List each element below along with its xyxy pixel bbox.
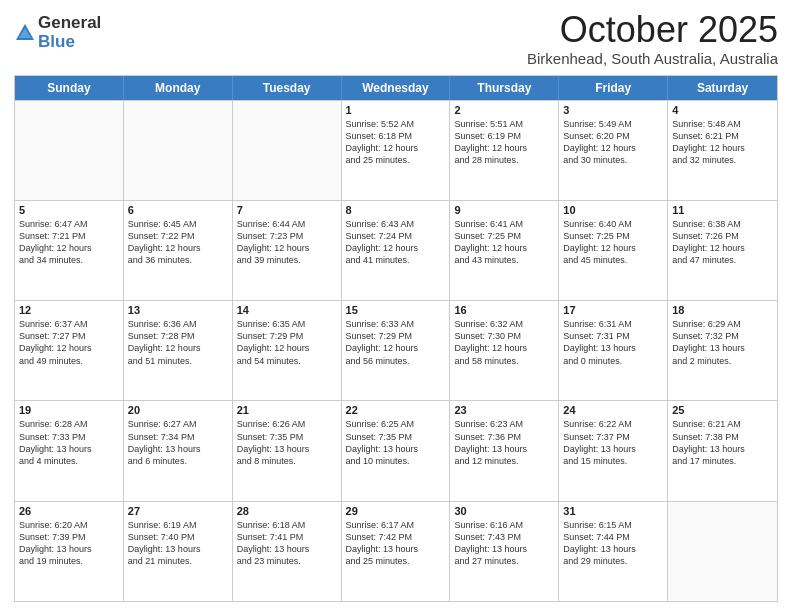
calendar-cell-3: 3Sunrise: 5:49 AM Sunset: 6:20 PM Daylig… — [559, 101, 668, 200]
day-number: 29 — [346, 505, 446, 517]
page-header: General Blue October 2025 Birkenhead, So… — [14, 10, 778, 67]
calendar-cell-15: 15Sunrise: 6:33 AM Sunset: 7:29 PM Dayli… — [342, 301, 451, 400]
cell-info: Sunrise: 6:23 AM Sunset: 7:36 PM Dayligh… — [454, 418, 554, 467]
cell-info: Sunrise: 6:32 AM Sunset: 7:30 PM Dayligh… — [454, 318, 554, 367]
calendar-cell-24: 24Sunrise: 6:22 AM Sunset: 7:37 PM Dayli… — [559, 401, 668, 500]
calendar-cell-13: 13Sunrise: 6:36 AM Sunset: 7:28 PM Dayli… — [124, 301, 233, 400]
calendar-row-1: 1Sunrise: 5:52 AM Sunset: 6:18 PM Daylig… — [15, 100, 777, 200]
calendar-cell-empty — [233, 101, 342, 200]
day-number: 11 — [672, 204, 773, 216]
page-container: General Blue October 2025 Birkenhead, So… — [0, 0, 792, 612]
day-number: 26 — [19, 505, 119, 517]
day-number: 23 — [454, 404, 554, 416]
cell-info: Sunrise: 6:45 AM Sunset: 7:22 PM Dayligh… — [128, 218, 228, 267]
cell-info: Sunrise: 6:38 AM Sunset: 7:26 PM Dayligh… — [672, 218, 773, 267]
logo-general: General — [38, 14, 101, 33]
day-number: 5 — [19, 204, 119, 216]
day-number: 16 — [454, 304, 554, 316]
calendar-cell-16: 16Sunrise: 6:32 AM Sunset: 7:30 PM Dayli… — [450, 301, 559, 400]
day-number: 3 — [563, 104, 663, 116]
day-number: 2 — [454, 104, 554, 116]
day-number: 28 — [237, 505, 337, 517]
day-header-sunday: Sunday — [15, 76, 124, 100]
day-number: 25 — [672, 404, 773, 416]
cell-info: Sunrise: 6:47 AM Sunset: 7:21 PM Dayligh… — [19, 218, 119, 267]
day-number: 19 — [19, 404, 119, 416]
cell-info: Sunrise: 6:43 AM Sunset: 7:24 PM Dayligh… — [346, 218, 446, 267]
calendar-row-3: 12Sunrise: 6:37 AM Sunset: 7:27 PM Dayli… — [15, 300, 777, 400]
cell-info: Sunrise: 6:36 AM Sunset: 7:28 PM Dayligh… — [128, 318, 228, 367]
calendar-cell-9: 9Sunrise: 6:41 AM Sunset: 7:25 PM Daylig… — [450, 201, 559, 300]
calendar-cell-4: 4Sunrise: 5:48 AM Sunset: 6:21 PM Daylig… — [668, 101, 777, 200]
calendar-cell-21: 21Sunrise: 6:26 AM Sunset: 7:35 PM Dayli… — [233, 401, 342, 500]
day-number: 12 — [19, 304, 119, 316]
calendar-cell-25: 25Sunrise: 6:21 AM Sunset: 7:38 PM Dayli… — [668, 401, 777, 500]
calendar-cell-20: 20Sunrise: 6:27 AM Sunset: 7:34 PM Dayli… — [124, 401, 233, 500]
cell-info: Sunrise: 6:27 AM Sunset: 7:34 PM Dayligh… — [128, 418, 228, 467]
day-header-thursday: Thursday — [450, 76, 559, 100]
calendar-cell-14: 14Sunrise: 6:35 AM Sunset: 7:29 PM Dayli… — [233, 301, 342, 400]
calendar-cell-31: 31Sunrise: 6:15 AM Sunset: 7:44 PM Dayli… — [559, 502, 668, 601]
logo: General Blue — [14, 14, 101, 51]
day-number: 18 — [672, 304, 773, 316]
calendar-cell-empty — [15, 101, 124, 200]
day-number: 30 — [454, 505, 554, 517]
logo-icon — [14, 22, 36, 44]
calendar-cell-2: 2Sunrise: 5:51 AM Sunset: 6:19 PM Daylig… — [450, 101, 559, 200]
calendar-cell-10: 10Sunrise: 6:40 AM Sunset: 7:25 PM Dayli… — [559, 201, 668, 300]
month-title: October 2025 — [527, 10, 778, 50]
cell-info: Sunrise: 6:29 AM Sunset: 7:32 PM Dayligh… — [672, 318, 773, 367]
day-number: 20 — [128, 404, 228, 416]
calendar-row-5: 26Sunrise: 6:20 AM Sunset: 7:39 PM Dayli… — [15, 501, 777, 601]
day-header-saturday: Saturday — [668, 76, 777, 100]
cell-info: Sunrise: 6:31 AM Sunset: 7:31 PM Dayligh… — [563, 318, 663, 367]
calendar-cell-26: 26Sunrise: 6:20 AM Sunset: 7:39 PM Dayli… — [15, 502, 124, 601]
cell-info: Sunrise: 6:20 AM Sunset: 7:39 PM Dayligh… — [19, 519, 119, 568]
cell-info: Sunrise: 6:26 AM Sunset: 7:35 PM Dayligh… — [237, 418, 337, 467]
calendar-cell-30: 30Sunrise: 6:16 AM Sunset: 7:43 PM Dayli… — [450, 502, 559, 601]
calendar-cell-empty — [668, 502, 777, 601]
cell-info: Sunrise: 6:33 AM Sunset: 7:29 PM Dayligh… — [346, 318, 446, 367]
day-number: 24 — [563, 404, 663, 416]
logo-blue: Blue — [38, 33, 101, 52]
calendar-cell-29: 29Sunrise: 6:17 AM Sunset: 7:42 PM Dayli… — [342, 502, 451, 601]
calendar-cell-28: 28Sunrise: 6:18 AM Sunset: 7:41 PM Dayli… — [233, 502, 342, 601]
day-number: 15 — [346, 304, 446, 316]
day-number: 9 — [454, 204, 554, 216]
day-number: 22 — [346, 404, 446, 416]
cell-info: Sunrise: 6:19 AM Sunset: 7:40 PM Dayligh… — [128, 519, 228, 568]
calendar: SundayMondayTuesdayWednesdayThursdayFrid… — [14, 75, 778, 602]
calendar-cell-7: 7Sunrise: 6:44 AM Sunset: 7:23 PM Daylig… — [233, 201, 342, 300]
cell-info: Sunrise: 6:35 AM Sunset: 7:29 PM Dayligh… — [237, 318, 337, 367]
day-number: 17 — [563, 304, 663, 316]
calendar-cell-8: 8Sunrise: 6:43 AM Sunset: 7:24 PM Daylig… — [342, 201, 451, 300]
cell-info: Sunrise: 5:51 AM Sunset: 6:19 PM Dayligh… — [454, 118, 554, 167]
day-number: 13 — [128, 304, 228, 316]
day-number: 6 — [128, 204, 228, 216]
cell-info: Sunrise: 6:44 AM Sunset: 7:23 PM Dayligh… — [237, 218, 337, 267]
day-number: 31 — [563, 505, 663, 517]
calendar-cell-27: 27Sunrise: 6:19 AM Sunset: 7:40 PM Dayli… — [124, 502, 233, 601]
cell-info: Sunrise: 6:18 AM Sunset: 7:41 PM Dayligh… — [237, 519, 337, 568]
calendar-cell-6: 6Sunrise: 6:45 AM Sunset: 7:22 PM Daylig… — [124, 201, 233, 300]
cell-info: Sunrise: 6:16 AM Sunset: 7:43 PM Dayligh… — [454, 519, 554, 568]
calendar-row-4: 19Sunrise: 6:28 AM Sunset: 7:33 PM Dayli… — [15, 400, 777, 500]
calendar-cell-12: 12Sunrise: 6:37 AM Sunset: 7:27 PM Dayli… — [15, 301, 124, 400]
cell-info: Sunrise: 6:40 AM Sunset: 7:25 PM Dayligh… — [563, 218, 663, 267]
day-header-friday: Friday — [559, 76, 668, 100]
cell-info: Sunrise: 6:25 AM Sunset: 7:35 PM Dayligh… — [346, 418, 446, 467]
cell-info: Sunrise: 6:37 AM Sunset: 7:27 PM Dayligh… — [19, 318, 119, 367]
cell-info: Sunrise: 5:49 AM Sunset: 6:20 PM Dayligh… — [563, 118, 663, 167]
location-subtitle: Birkenhead, South Australia, Australia — [527, 50, 778, 67]
day-number: 14 — [237, 304, 337, 316]
calendar-cell-1: 1Sunrise: 5:52 AM Sunset: 6:18 PM Daylig… — [342, 101, 451, 200]
day-number: 1 — [346, 104, 446, 116]
calendar-cell-empty — [124, 101, 233, 200]
day-number: 21 — [237, 404, 337, 416]
cell-info: Sunrise: 5:48 AM Sunset: 6:21 PM Dayligh… — [672, 118, 773, 167]
cell-info: Sunrise: 5:52 AM Sunset: 6:18 PM Dayligh… — [346, 118, 446, 167]
calendar-cell-23: 23Sunrise: 6:23 AM Sunset: 7:36 PM Dayli… — [450, 401, 559, 500]
day-number: 4 — [672, 104, 773, 116]
cell-info: Sunrise: 6:21 AM Sunset: 7:38 PM Dayligh… — [672, 418, 773, 467]
day-header-monday: Monday — [124, 76, 233, 100]
